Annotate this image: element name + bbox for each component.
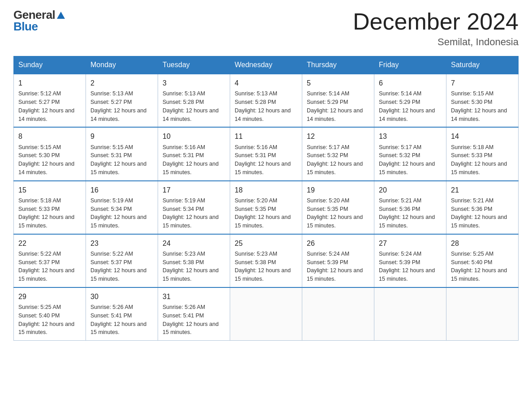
day-number: 17 <box>163 185 225 195</box>
logo-blue-text: Blue <box>13 20 38 33</box>
day-detail: Sunrise: 5:16 AMSunset: 5:31 PMDaylight:… <box>163 143 225 177</box>
day-detail: Sunrise: 5:13 AMSunset: 5:28 PMDaylight:… <box>163 90 225 123</box>
calendar-cell: 10Sunrise: 5:16 AMSunset: 5:31 PMDayligh… <box>158 127 230 180</box>
page-header: General Blue December 2024 Semilat, Indo… <box>13 9 519 48</box>
weekday-header-wednesday: Wednesday <box>230 56 302 74</box>
day-detail: Sunrise: 5:18 AMSunset: 5:33 PMDaylight:… <box>18 197 81 230</box>
day-number: 9 <box>90 131 153 141</box>
day-number: 5 <box>307 78 369 88</box>
day-number: 19 <box>307 185 369 195</box>
day-number: 4 <box>235 78 297 88</box>
calendar-week-row: 15Sunrise: 5:18 AMSunset: 5:33 PMDayligh… <box>14 181 519 234</box>
weekday-header-friday: Friday <box>374 56 446 74</box>
calendar-cell <box>230 287 302 341</box>
calendar-cell: 23Sunrise: 5:22 AMSunset: 5:37 PMDayligh… <box>86 234 158 287</box>
day-number: 12 <box>307 131 369 141</box>
location-subtitle: Semilat, Indonesia <box>353 36 519 48</box>
day-number: 23 <box>90 238 153 248</box>
calendar-cell: 21Sunrise: 5:21 AMSunset: 5:36 PMDayligh… <box>446 181 519 234</box>
calendar-cell: 13Sunrise: 5:17 AMSunset: 5:32 PMDayligh… <box>374 127 446 180</box>
day-detail: Sunrise: 5:25 AMSunset: 5:40 PMDaylight:… <box>18 303 81 337</box>
day-detail: Sunrise: 5:15 AMSunset: 5:30 PMDaylight:… <box>18 143 81 177</box>
day-detail: Sunrise: 5:23 AMSunset: 5:38 PMDaylight:… <box>235 250 297 283</box>
calendar-week-row: 1Sunrise: 5:12 AMSunset: 5:27 PMDaylight… <box>14 74 519 127</box>
day-number: 6 <box>379 78 442 88</box>
day-detail: Sunrise: 5:17 AMSunset: 5:32 PMDaylight:… <box>379 143 442 177</box>
day-detail: Sunrise: 5:24 AMSunset: 5:39 PMDaylight:… <box>307 250 369 283</box>
day-detail: Sunrise: 5:21 AMSunset: 5:36 PMDaylight:… <box>379 197 442 230</box>
calendar-cell <box>374 287 446 341</box>
day-number: 25 <box>235 238 297 248</box>
day-number: 10 <box>163 131 225 141</box>
logo-general-text: General <box>13 9 55 21</box>
day-detail: Sunrise: 5:23 AMSunset: 5:38 PMDaylight:… <box>163 250 225 283</box>
day-number: 20 <box>379 185 442 195</box>
day-number: 7 <box>451 78 514 88</box>
day-number: 14 <box>451 131 514 141</box>
day-detail: Sunrise: 5:20 AMSunset: 5:35 PMDaylight:… <box>307 197 369 230</box>
calendar-table: SundayMondayTuesdayWednesdayThursdayFrid… <box>13 56 519 341</box>
calendar-cell <box>446 287 519 341</box>
logo: General Blue <box>13 9 66 32</box>
day-number: 28 <box>451 238 514 248</box>
day-detail: Sunrise: 5:16 AMSunset: 5:31 PMDaylight:… <box>235 143 297 177</box>
day-number: 8 <box>18 131 81 141</box>
day-detail: Sunrise: 5:21 AMSunset: 5:36 PMDaylight:… <box>451 197 514 230</box>
calendar-week-row: 8Sunrise: 5:15 AMSunset: 5:30 PMDaylight… <box>14 127 519 180</box>
day-detail: Sunrise: 5:13 AMSunset: 5:27 PMDaylight:… <box>90 90 153 123</box>
day-number: 21 <box>451 185 514 195</box>
calendar-cell: 30Sunrise: 5:26 AMSunset: 5:41 PMDayligh… <box>86 287 158 341</box>
day-detail: Sunrise: 5:22 AMSunset: 5:37 PMDaylight:… <box>18 250 81 283</box>
calendar-cell: 7Sunrise: 5:15 AMSunset: 5:30 PMDaylight… <box>446 74 519 127</box>
calendar-cell: 27Sunrise: 5:24 AMSunset: 5:39 PMDayligh… <box>374 234 446 287</box>
calendar-week-row: 22Sunrise: 5:22 AMSunset: 5:37 PMDayligh… <box>14 234 519 287</box>
day-number: 22 <box>18 238 81 248</box>
day-detail: Sunrise: 5:14 AMSunset: 5:29 PMDaylight:… <box>307 90 369 123</box>
calendar-cell: 9Sunrise: 5:15 AMSunset: 5:31 PMDaylight… <box>86 127 158 180</box>
calendar-cell: 31Sunrise: 5:26 AMSunset: 5:41 PMDayligh… <box>158 287 230 341</box>
day-detail: Sunrise: 5:18 AMSunset: 5:33 PMDaylight:… <box>451 143 514 177</box>
calendar-cell: 6Sunrise: 5:14 AMSunset: 5:29 PMDaylight… <box>374 74 446 127</box>
weekday-header-saturday: Saturday <box>446 56 519 74</box>
day-detail: Sunrise: 5:13 AMSunset: 5:28 PMDaylight:… <box>235 90 297 123</box>
day-detail: Sunrise: 5:19 AMSunset: 5:34 PMDaylight:… <box>90 197 153 230</box>
calendar-cell: 26Sunrise: 5:24 AMSunset: 5:39 PMDayligh… <box>302 234 374 287</box>
day-number: 2 <box>90 78 153 88</box>
day-detail: Sunrise: 5:17 AMSunset: 5:32 PMDaylight:… <box>307 143 369 177</box>
weekday-header-tuesday: Tuesday <box>158 56 230 74</box>
calendar-cell: 4Sunrise: 5:13 AMSunset: 5:28 PMDaylight… <box>230 74 302 127</box>
calendar-cell: 1Sunrise: 5:12 AMSunset: 5:27 PMDaylight… <box>14 74 86 127</box>
day-detail: Sunrise: 5:24 AMSunset: 5:39 PMDaylight:… <box>379 250 442 283</box>
day-number: 3 <box>163 78 225 88</box>
day-number: 27 <box>379 238 442 248</box>
calendar-cell: 2Sunrise: 5:13 AMSunset: 5:27 PMDaylight… <box>86 74 158 127</box>
calendar-cell: 5Sunrise: 5:14 AMSunset: 5:29 PMDaylight… <box>302 74 374 127</box>
calendar-cell: 12Sunrise: 5:17 AMSunset: 5:32 PMDayligh… <box>302 127 374 180</box>
calendar-cell: 3Sunrise: 5:13 AMSunset: 5:28 PMDaylight… <box>158 74 230 127</box>
weekday-header-sunday: Sunday <box>14 56 86 74</box>
calendar-cell: 22Sunrise: 5:22 AMSunset: 5:37 PMDayligh… <box>14 234 86 287</box>
day-detail: Sunrise: 5:19 AMSunset: 5:34 PMDaylight:… <box>163 197 225 230</box>
day-detail: Sunrise: 5:26 AMSunset: 5:41 PMDaylight:… <box>90 303 153 337</box>
day-number: 1 <box>18 78 81 88</box>
calendar-cell: 20Sunrise: 5:21 AMSunset: 5:36 PMDayligh… <box>374 181 446 234</box>
day-number: 29 <box>18 291 81 302</box>
day-detail: Sunrise: 5:26 AMSunset: 5:41 PMDaylight:… <box>163 303 225 337</box>
weekday-header-row: SundayMondayTuesdayWednesdayThursdayFrid… <box>14 56 519 74</box>
calendar-cell: 17Sunrise: 5:19 AMSunset: 5:34 PMDayligh… <box>158 181 230 234</box>
weekday-header-monday: Monday <box>86 56 158 74</box>
day-detail: Sunrise: 5:15 AMSunset: 5:30 PMDaylight:… <box>451 90 514 123</box>
title-area: December 2024 Semilat, Indonesia <box>353 9 519 48</box>
day-detail: Sunrise: 5:15 AMSunset: 5:31 PMDaylight:… <box>90 143 153 177</box>
calendar-cell: 8Sunrise: 5:15 AMSunset: 5:30 PMDaylight… <box>14 127 86 180</box>
day-number: 13 <box>379 131 442 141</box>
calendar-cell: 24Sunrise: 5:23 AMSunset: 5:38 PMDayligh… <box>158 234 230 287</box>
day-number: 16 <box>90 185 153 195</box>
day-detail: Sunrise: 5:22 AMSunset: 5:37 PMDaylight:… <box>90 250 153 283</box>
day-detail: Sunrise: 5:20 AMSunset: 5:35 PMDaylight:… <box>235 197 297 230</box>
day-number: 11 <box>235 131 297 141</box>
day-detail: Sunrise: 5:25 AMSunset: 5:40 PMDaylight:… <box>451 250 514 283</box>
day-number: 30 <box>90 291 153 302</box>
day-number: 18 <box>235 185 297 195</box>
day-detail: Sunrise: 5:14 AMSunset: 5:29 PMDaylight:… <box>379 90 442 123</box>
